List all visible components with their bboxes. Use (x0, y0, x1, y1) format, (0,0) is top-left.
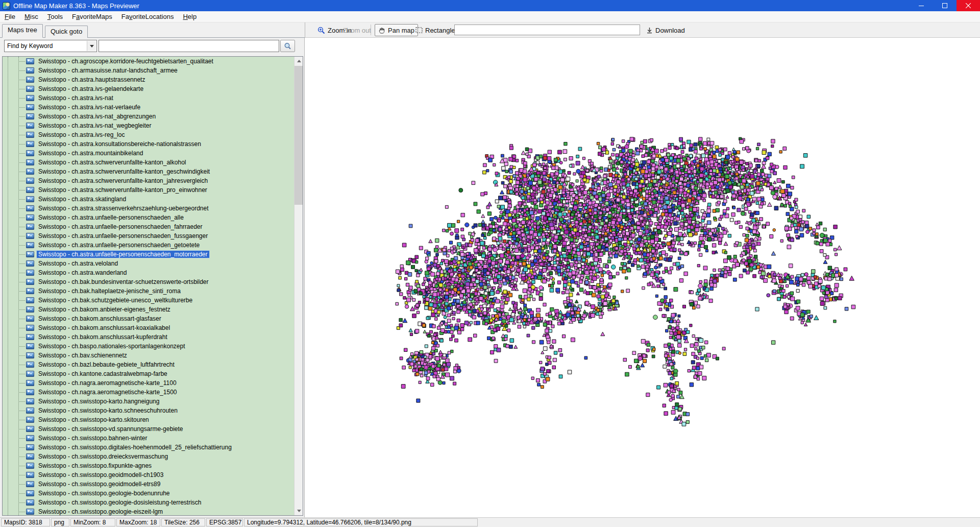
menu-item-file[interactable]: File (0, 12, 20, 21)
tree-item[interactable]: Swisstopo - ch.bak.bundesinventar-schuet… (3, 277, 295, 286)
search-input[interactable] (99, 40, 279, 52)
tree-item[interactable]: Swisstopo - ch.astra.konsultationsbereic… (3, 139, 295, 149)
tree-item-label: Swisstopo - ch.swisstopo.geologie-eiszei… (37, 508, 164, 515)
tree-item-label: Swisstopo - ch.swisstopo.bahnen-winter (37, 435, 149, 442)
tree-item[interactable]: Swisstopo - ch.bakom.anschlussart-glasfa… (3, 314, 295, 323)
map-layer-icon (26, 196, 34, 202)
tree-item[interactable]: Swisstopo - ch.swisstopo.digitales-hoehe… (3, 443, 295, 452)
tree-item[interactable]: Swisstopo - ch.swisstopo-karto.skitouren (3, 415, 295, 424)
tree-item[interactable]: Swisstopo - ch.astra.hauptstrassennetz (3, 75, 295, 84)
minimize-button[interactable] (910, 0, 933, 11)
scrollbar-down-button[interactable] (295, 507, 303, 515)
tree-connector (18, 438, 25, 439)
tree-item-label: Swisstopo - ch.armasuisse.natur-landscha… (37, 67, 179, 74)
tree-item[interactable]: Swisstopo - ch.swisstopo-karto.hangneigu… (3, 397, 295, 406)
tree-item[interactable]: Swisstopo - ch.bav.schienennetz (3, 351, 295, 360)
tree-item[interactable]: Swisstopo - ch.astra.ivs-nat_abgrenzunge… (3, 112, 295, 121)
tree-item[interactable]: Swisstopo - ch.agroscope.korridore-feuch… (3, 57, 295, 66)
map-layer-icon (26, 224, 34, 230)
zoom-out-button[interactable]: Zoom out (340, 24, 374, 36)
tree-item[interactable]: Swisstopo - ch.bazl.bebaute-gebiete_luft… (3, 360, 295, 369)
tree-item[interactable]: Swisstopo - ch.astra.schwerverunfallte-k… (3, 167, 295, 176)
tree-item[interactable]: Swisstopo - ch.astra.ivs-gelaendekarte (3, 84, 295, 93)
map-preview[interactable] (305, 38, 980, 517)
menu-item-tools[interactable]: Tools (43, 12, 67, 21)
tree-item[interactable]: Swisstopo - ch.astra.unfaelle-personensc… (3, 250, 295, 259)
toolbar-input[interactable] (454, 25, 640, 35)
pan-map-label: Pan map (388, 27, 414, 34)
map-layer-icon (26, 297, 34, 303)
tree-item-label: Swisstopo - ch.astra.veloland (37, 260, 119, 267)
tree-item[interactable]: Swisstopo - ch.swisstopo.dreiecksvermasc… (3, 452, 295, 461)
tree-item[interactable]: Swisstopo - ch.astra.strassenverkehrszae… (3, 204, 295, 213)
tree-item-label: Swisstopo - ch.bakom.anschlussart-kupfer… (37, 333, 169, 341)
rectangle-button[interactable]: Rectangle (412, 24, 458, 36)
tree-item[interactable]: Swisstopo - ch.armasuisse.natur-landscha… (3, 66, 295, 75)
tree-item[interactable]: Swisstopo - ch.astra.schwerverunfallte-k… (3, 176, 295, 185)
tree-connector (18, 254, 25, 255)
map-layer-icon (26, 481, 34, 487)
tree-item[interactable]: Swisstopo - ch.bakom.anbieter-eigenes_fe… (3, 305, 295, 314)
tree-item[interactable]: Swisstopo - ch.swisstopo.fixpunkte-agnes (3, 461, 295, 470)
tree-item[interactable]: Swisstopo - ch.nagra.aeromagnetische-kar… (3, 378, 295, 388)
map-layer-icon (26, 371, 34, 377)
arrow-down-icon (297, 510, 301, 512)
search-mode-combobox[interactable]: Find by Keyword (4, 40, 97, 52)
tree-item[interactable]: Swisstopo - ch.swisstopo.geologie-bodenu… (3, 489, 295, 498)
maximize-button[interactable] (933, 0, 957, 11)
tree-item-label: Swisstopo - ch.swisstopo-vd.spannungsarm… (37, 425, 184, 433)
tree-item[interactable]: Swisstopo - ch.astra.unfaelle-personensc… (3, 222, 295, 231)
tree-item-label: Swisstopo - ch.astra.unfaelle-personensc… (37, 251, 209, 258)
tree-item[interactable]: Swisstopo - ch.astra.wanderland (3, 268, 295, 277)
tree-item-label: Swisstopo - ch.astra.konsultationsbereic… (37, 140, 203, 148)
tree-item[interactable]: Swisstopo - ch.swisstopo-karto.schneesch… (3, 406, 295, 415)
tree-item[interactable]: Swisstopo - ch.bakom.anschlussart-koaxia… (3, 323, 295, 332)
tree-item[interactable]: Swisstopo - ch.swisstopo.geologie-eiszei… (3, 507, 295, 516)
tree-item[interactable]: Swisstopo - ch.kantone.cadastralwebmap-f… (3, 369, 295, 378)
tree-item[interactable]: Swisstopo - ch.bak.schutzgebiete-unesco_… (3, 296, 295, 305)
tree-item[interactable]: Swisstopo - ch.astra.unfaelle-personensc… (3, 213, 295, 222)
tab-quick-goto[interactable]: Quick goto (45, 26, 88, 38)
tree-item-label: Swisstopo - ch.swisstopo-karto.skitouren (37, 416, 151, 423)
tree-item[interactable]: Swisstopo - ch.astra.ivs-nat_wegbegleite… (3, 121, 295, 130)
tree-item[interactable]: Swisstopo - ch.swisstopo-vd.spannungsarm… (3, 424, 295, 434)
map-canvas[interactable] (305, 38, 980, 517)
tree-item[interactable]: Swisstopo - ch.astra.ivs-nat-verlaeufe (3, 103, 295, 112)
scrollbar-thumb[interactable] (295, 66, 303, 205)
tree-item[interactable]: Swisstopo - ch.astra.mountainbikeland (3, 149, 295, 158)
tree-item[interactable]: Swisstopo - ch.swisstopo.geologie-dosisl… (3, 498, 295, 507)
combobox-dropdown-button[interactable] (87, 41, 96, 51)
tree-item[interactable]: Swisstopo - ch.swisstopo.geoidmodell-ch1… (3, 470, 295, 480)
close-button[interactable] (957, 0, 980, 11)
tree-item[interactable]: Swisstopo - ch.swisstopo.bahnen-winter (3, 434, 295, 443)
menu-item-misc[interactable]: Misc (20, 12, 43, 21)
map-toolbar: Zoom in Zoom out Pan map Rectangle Downl… (305, 22, 980, 38)
scrollbar-up-button[interactable] (295, 57, 303, 65)
tree-item[interactable]: Swisstopo - ch.baspo.nationales-sportanl… (3, 342, 295, 351)
map-layer-icon (26, 472, 34, 478)
map-layer-icon (26, 444, 34, 450)
tree-item[interactable]: Swisstopo - ch.astra.schwerverunfallte-k… (3, 158, 295, 167)
tree-item[interactable]: Swisstopo - ch.astra.veloland (3, 259, 295, 268)
tree-connector (18, 199, 25, 200)
menu-item-favoritelocations[interactable]: FavoriteLocations (117, 12, 179, 21)
tree-item[interactable]: Swisstopo - ch.bakom.anschlussart-kupfer… (3, 332, 295, 342)
tree-scrollbar[interactable] (294, 57, 303, 515)
download-label: Download (655, 27, 685, 34)
menu-item-favoritemaps[interactable]: FavoriteMaps (67, 12, 117, 21)
tree-item[interactable]: Swisstopo - ch.astra.schwerverunfallte-k… (3, 185, 295, 195)
tree-item[interactable]: Swisstopo - ch.bak.halteplaetze-jenische… (3, 286, 295, 296)
tree-item[interactable]: Swisstopo - ch.astra.ivs-reg_loc (3, 130, 295, 139)
pan-map-button[interactable]: Pan map (375, 24, 418, 36)
tree-item[interactable]: Swisstopo - ch.swisstopo.geoidmodell-etr… (3, 480, 295, 489)
tree-item[interactable]: Swisstopo - ch.nagra.aeromagnetische-kar… (3, 388, 295, 397)
tree-item[interactable]: Swisstopo - ch.astra.ivs-nat (3, 93, 295, 103)
tree-item[interactable]: Swisstopo - ch.astra.unfaelle-personensc… (3, 241, 295, 250)
tab-maps-tree[interactable]: Maps tree (2, 24, 43, 38)
tree-item[interactable]: Swisstopo - ch.astra.unfaelle-personensc… (3, 231, 295, 241)
search-button[interactable] (280, 40, 295, 52)
tree-item[interactable]: Swisstopo - ch.astra.skatingland (3, 195, 295, 204)
download-button[interactable]: Download (643, 24, 688, 36)
map-layer-icon (26, 123, 34, 129)
menu-item-help[interactable]: Help (178, 12, 201, 21)
